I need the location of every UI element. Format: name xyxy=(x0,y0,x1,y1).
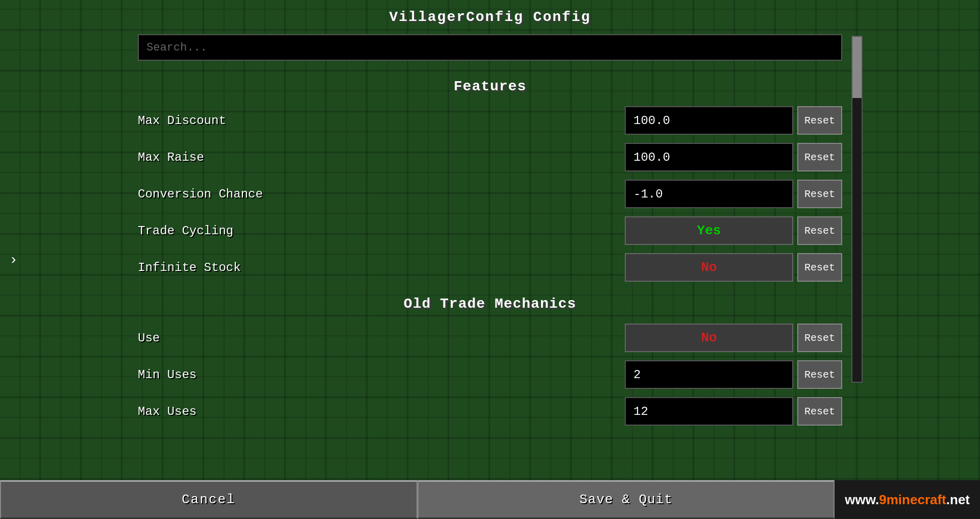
max-uses-label: Max Uses xyxy=(138,405,625,418)
trade-cycling-controls: Yes Reset xyxy=(625,216,842,245)
conversion-chance-label: Conversion Chance xyxy=(138,187,625,201)
title-bar: VillagerConfig Config xyxy=(0,0,980,30)
conversion-chance-input[interactable] xyxy=(625,180,793,208)
max-discount-input[interactable] xyxy=(625,106,793,135)
use-toggle[interactable]: No xyxy=(625,324,793,352)
max-discount-reset-button[interactable]: Reset xyxy=(797,106,842,135)
conversion-chance-controls: Reset xyxy=(625,180,842,208)
max-uses-input[interactable] xyxy=(625,397,793,426)
max-raise-input[interactable] xyxy=(625,143,793,171)
trade-cycling-reset-button[interactable]: Reset xyxy=(797,216,842,245)
scrollbar-track[interactable] xyxy=(851,36,863,383)
old-trade-mechanics-title: Old Trade Mechanics xyxy=(404,296,576,312)
trade-cycling-toggle[interactable]: Yes xyxy=(625,216,793,245)
max-discount-controls: Reset xyxy=(625,106,842,135)
cancel-button[interactable]: Cancel xyxy=(0,480,418,519)
watermark-9minecraft: 9minecraft xyxy=(879,492,946,507)
conversion-chance-reset-button[interactable]: Reset xyxy=(797,180,842,208)
search-input[interactable] xyxy=(138,34,842,61)
max-raise-controls: Reset xyxy=(625,143,842,171)
infinite-stock-toggle[interactable]: No xyxy=(625,253,793,282)
use-reset-button[interactable]: Reset xyxy=(797,324,842,352)
bottom-bar: Cancel Save & Quit www.9minecraft.net xyxy=(0,480,980,519)
features-title: Features xyxy=(454,79,526,94)
max-raise-reset-button[interactable]: Reset xyxy=(797,143,842,171)
search-container xyxy=(138,30,842,68)
watermark: www.9minecraft.net xyxy=(835,480,980,519)
max-uses-row: Max Uses Reset xyxy=(138,393,842,430)
watermark-net: .net xyxy=(946,492,970,507)
conversion-chance-row: Conversion Chance Reset xyxy=(138,176,842,212)
max-uses-controls: Reset xyxy=(625,397,842,426)
trade-cycling-label: Trade Cycling xyxy=(138,224,625,238)
trade-cycling-row: Trade Cycling Yes Reset xyxy=(138,212,842,249)
side-arrow-button[interactable]: › xyxy=(9,252,18,267)
infinite-stock-row: Infinite Stock No Reset xyxy=(138,249,842,286)
min-uses-controls: Reset xyxy=(625,360,842,389)
max-uses-reset-button[interactable]: Reset xyxy=(797,397,842,426)
min-uses-reset-button[interactable]: Reset xyxy=(797,360,842,389)
scrollbar-thumb[interactable] xyxy=(852,37,862,98)
infinite-stock-controls: No Reset xyxy=(625,253,842,282)
max-raise-row: Max Raise Reset xyxy=(138,139,842,176)
min-uses-input[interactable] xyxy=(625,360,793,389)
min-uses-label: Min Uses xyxy=(138,368,625,382)
max-discount-label: Max Discount xyxy=(138,114,625,128)
use-label: Use xyxy=(138,331,625,345)
features-section-header: Features xyxy=(138,68,842,102)
watermark-text: www.9minecraft.net xyxy=(845,492,970,508)
infinite-stock-reset-button[interactable]: Reset xyxy=(797,253,842,282)
use-row: Use No Reset xyxy=(138,319,842,356)
page-title: VillagerConfig Config xyxy=(389,9,591,25)
infinite-stock-label: Infinite Stock xyxy=(138,261,625,275)
min-uses-row: Min Uses Reset xyxy=(138,356,842,393)
max-raise-label: Max Raise xyxy=(138,151,625,164)
use-controls: No Reset xyxy=(625,324,842,352)
watermark-www: www. xyxy=(845,492,879,507)
old-trade-mechanics-section-header: Old Trade Mechanics xyxy=(138,286,842,319)
max-discount-row: Max Discount Reset xyxy=(138,102,842,139)
save-quit-button[interactable]: Save & Quit xyxy=(418,480,835,519)
